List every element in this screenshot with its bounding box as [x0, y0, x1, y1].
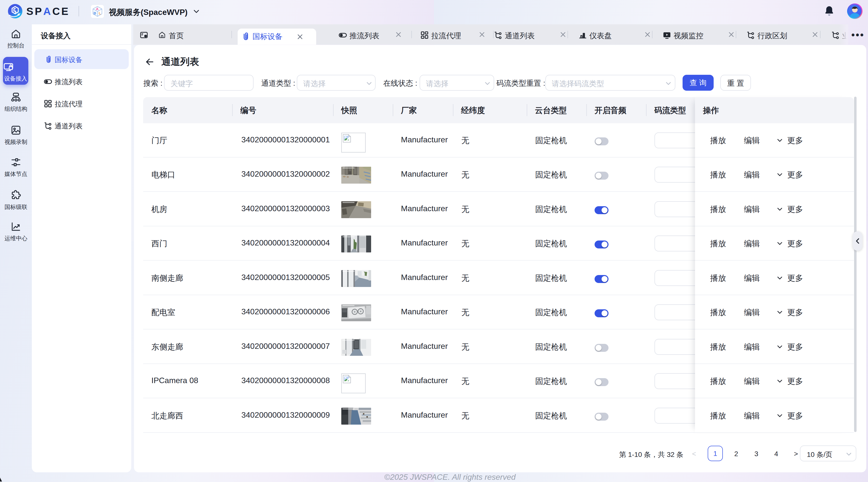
svg-text:B: B	[93, 11, 96, 15]
svg-text:L: L	[99, 11, 101, 15]
svg-text:A: A	[96, 7, 99, 11]
